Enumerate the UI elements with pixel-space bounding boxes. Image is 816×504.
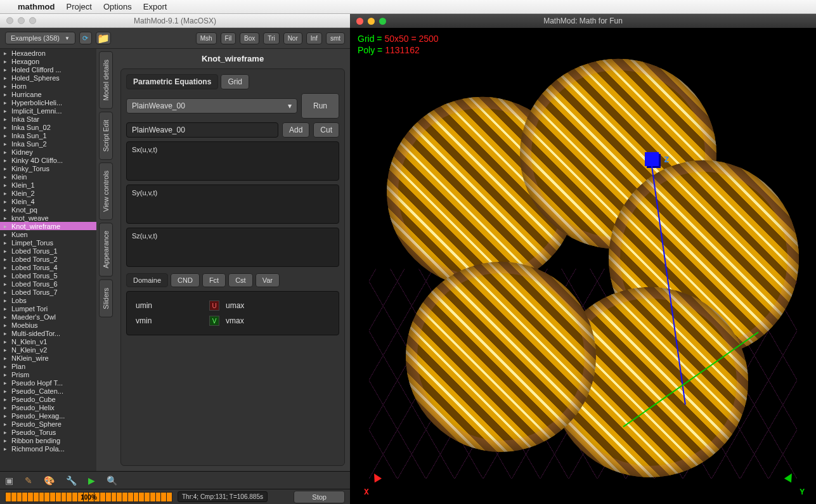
- tab-fct[interactable]: Fct: [202, 273, 226, 287]
- tree-item[interactable]: Holed_Spheres: [0, 74, 96, 82]
- tree-item[interactable]: Inka Sun_1: [0, 131, 96, 139]
- tree-item[interactable]: Prism: [0, 370, 96, 378]
- tool-palette-icon[interactable]: 🎨: [44, 475, 55, 486]
- cut-button[interactable]: Cut: [313, 122, 339, 138]
- tree-item[interactable]: Limpet_Torus: [0, 238, 96, 247]
- folder-icon[interactable]: 📁: [96, 32, 111, 44]
- tool-search-icon[interactable]: 🔍: [107, 475, 117, 486]
- tree-item[interactable]: Lobs: [0, 296, 96, 304]
- tree-item[interactable]: Lumpet Tori: [0, 304, 96, 313]
- tree-item[interactable]: Klein_1: [0, 181, 96, 189]
- tree-item[interactable]: Pseudo_Torus: [0, 428, 96, 436]
- u-swatch[interactable]: U: [209, 300, 219, 311]
- tree-item[interactable]: Horn: [0, 82, 96, 90]
- btn-msh[interactable]: Msh: [196, 32, 217, 44]
- tree-item[interactable]: Richmond Pola...: [0, 444, 96, 453]
- tree-item[interactable]: Pseudo_Caten...: [0, 387, 96, 395]
- vmax-field[interactable]: vmax: [219, 316, 244, 325]
- tree-item[interactable]: Ribbon bending: [0, 436, 96, 444]
- btn-tri[interactable]: Tri: [263, 32, 279, 44]
- tree-item[interactable]: N_Klein_v2: [0, 346, 96, 354]
- tree-item[interactable]: Lobed Torus_1: [0, 247, 96, 255]
- tool-camera-icon[interactable]: ▣: [5, 475, 13, 486]
- umin-field[interactable]: umin: [133, 301, 209, 310]
- model-tree[interactable]: HexaedronHexagonHoled Clifford ...Holed_…: [0, 49, 96, 471]
- tree-item[interactable]: Klein_4: [0, 197, 96, 205]
- examples-dropdown[interactable]: Examples (358)▼: [5, 32, 75, 44]
- tree-item[interactable]: Pseudo_Hexag...: [0, 411, 96, 420]
- tab-parametric-equations[interactable]: Parametric Equations: [126, 74, 218, 89]
- tree-item[interactable]: Klein_2: [0, 189, 96, 197]
- sz-formula-input[interactable]: Sz(u,v,t): [126, 228, 339, 267]
- tree-item[interactable]: Implicit_Lemni...: [0, 107, 96, 115]
- tool-wrench-icon[interactable]: 🔧: [66, 475, 77, 486]
- tree-item[interactable]: Hexaedron: [0, 49, 96, 57]
- tree-item[interactable]: Pseudo_Sphere: [0, 420, 96, 428]
- tree-item[interactable]: Hexagon: [0, 57, 96, 65]
- tree-item[interactable]: Multi-sidedTor...: [0, 329, 96, 337]
- tab-cst[interactable]: Cst: [228, 273, 253, 287]
- tree-item[interactable]: Kinky 4D Cliffo...: [0, 156, 96, 164]
- tree-item[interactable]: N_Klein_v1: [0, 337, 96, 346]
- tree-item[interactable]: knot_weave: [0, 214, 96, 222]
- tree-item[interactable]: Lobed Torus_4: [0, 263, 96, 271]
- tree-item[interactable]: NKlein_wire: [0, 354, 96, 362]
- tree-item[interactable]: Lobed Torus_7: [0, 288, 96, 296]
- component-name-input[interactable]: PlainWeave_00: [126, 122, 278, 138]
- axis-gizmo[interactable]: [645, 152, 659, 166]
- zoom-icon[interactable]: [29, 17, 36, 24]
- tree-item[interactable]: Pseudo Hopf T...: [0, 378, 96, 387]
- menu-project[interactable]: Project: [67, 2, 92, 11]
- tree-item[interactable]: Kinky_Torus: [0, 164, 96, 172]
- menu-export[interactable]: Export: [143, 2, 167, 11]
- tab-view-controls[interactable]: View controls: [99, 162, 113, 220]
- tree-item[interactable]: Lobed Torus_6: [0, 280, 96, 288]
- btn-fil[interactable]: Fil: [221, 32, 236, 44]
- tree-item[interactable]: Lobed Torus_2: [0, 255, 96, 263]
- tree-item[interactable]: Holed Clifford ...: [0, 65, 96, 74]
- viewport-3d[interactable]: Grid = 50x50 = 2500 Poly = 1131162 ▲ ▲ X…: [350, 28, 816, 504]
- tree-item[interactable]: Kidney: [0, 148, 96, 156]
- menu-options[interactable]: Options: [103, 2, 132, 11]
- v-swatch[interactable]: V: [209, 316, 219, 326]
- btn-inf[interactable]: Inf: [306, 32, 322, 44]
- tree-item[interactable]: Hurricane: [0, 90, 96, 98]
- tree-item[interactable]: Maeder's_Owl: [0, 313, 96, 321]
- tab-domaine[interactable]: Domaine: [126, 273, 168, 287]
- tree-item[interactable]: Lobed Torus_5: [0, 271, 96, 280]
- minimize-icon[interactable]: [368, 18, 375, 25]
- close-icon[interactable]: [356, 18, 363, 25]
- tab-grid[interactable]: Grid: [221, 74, 249, 89]
- sy-formula-input[interactable]: Sy(u,v,t): [126, 184, 339, 224]
- component-select[interactable]: PlainWeave_00▾: [126, 98, 297, 113]
- tab-appearance[interactable]: Appearance: [99, 223, 113, 276]
- close-icon[interactable]: [6, 17, 13, 24]
- tree-item[interactable]: Klein: [0, 172, 96, 181]
- tree-item[interactable]: Pseudo_Cube: [0, 395, 96, 403]
- add-button[interactable]: Add: [282, 122, 309, 138]
- stop-button[interactable]: Stop: [294, 491, 345, 503]
- run-button[interactable]: Run: [301, 93, 339, 119]
- vmin-field[interactable]: vmin: [133, 316, 209, 325]
- tree-item[interactable]: Inka Sun_02: [0, 123, 96, 131]
- tree-item[interactable]: Moebius: [0, 321, 96, 329]
- tree-item[interactable]: Inka Star: [0, 115, 96, 123]
- tab-cnd[interactable]: CND: [171, 273, 200, 287]
- tab-model-details[interactable]: Model details: [99, 51, 113, 109]
- zoom-icon[interactable]: [379, 18, 386, 25]
- btn-box[interactable]: Box: [240, 32, 259, 44]
- tree-item[interactable]: Pseudo_Helix: [0, 403, 96, 411]
- tree-item[interactable]: Kuen: [0, 230, 96, 238]
- tree-item[interactable]: Knot_pq: [0, 205, 96, 214]
- tab-script-edit[interactable]: Script Edit: [99, 112, 113, 160]
- tab-var[interactable]: Var: [256, 273, 280, 287]
- tree-item[interactable]: Knot_wireframe: [0, 222, 96, 230]
- app-name[interactable]: mathmod: [18, 2, 55, 11]
- btn-nor[interactable]: Nor: [283, 32, 302, 44]
- tab-sliders[interactable]: Sliders: [99, 280, 113, 318]
- tree-item[interactable]: Inka Sun_2: [0, 139, 96, 148]
- refresh-icon[interactable]: ⟳: [79, 32, 92, 44]
- minimize-icon[interactable]: [18, 17, 25, 24]
- tool-brush-icon[interactable]: ✎: [25, 475, 32, 486]
- tree-item[interactable]: HyperbolicHeli...: [0, 98, 96, 107]
